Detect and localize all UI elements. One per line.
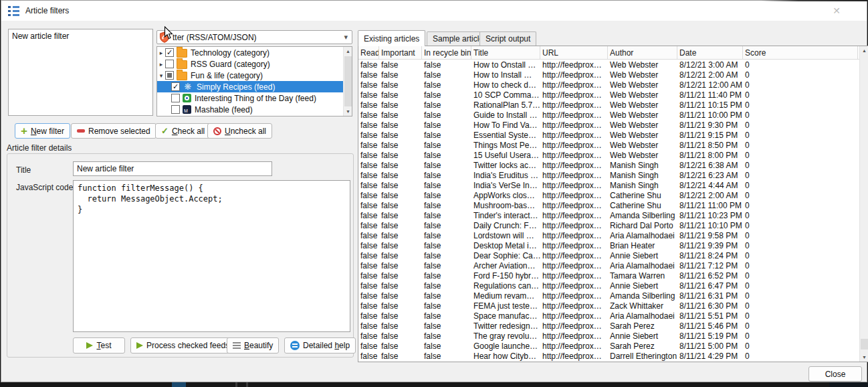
process-checked-feeds-button[interactable]: Process checked feeds [130,337,235,354]
article-row[interactable]: falsefalsefalseIndia's Eruditus …http://… [358,171,859,181]
close-button[interactable]: Close [808,366,862,382]
article-row[interactable]: falsefalsefalseHear how Cityb…http://fee… [358,352,859,362]
article-row[interactable]: falsefalsefalse15 Useful Usera…http://fe… [358,151,859,161]
checkbox-unchecked[interactable] [165,60,174,68]
article-row[interactable]: falsefalsefalse10 SCP Comma…http://feedp… [358,90,859,100]
cell-title: How to Onstall … [471,60,540,70]
chevron-expanded-icon[interactable]: ▾ [157,72,165,79]
article-row[interactable]: falsefalsefalseHow to check d…http://fee… [358,80,859,90]
cell-important: false [379,161,422,171]
column-header-important[interactable]: Important [379,46,422,60]
article-row[interactable]: falsefalsefalseEssential Syste…http://fe… [358,131,859,141]
article-row[interactable]: falsefalsefalseMushroom-bas…http://feedp… [358,201,859,211]
article-row[interactable]: falsefalsefalseLordstown will …http://fe… [358,231,859,241]
article-row[interactable]: falsefalsefalseHow to Install …http://fe… [358,70,859,80]
article-row[interactable]: falsefalsefalseGoogle launche…http://fee… [358,341,859,352]
cell-score: 0 [743,121,858,131]
filters-list[interactable]: New article filter [8,29,153,116]
cell-date: 8/11/21 5:00 PM [677,341,743,352]
checkbox-checked[interactable]: ✓ [165,48,174,57]
tree-item-interesting-thing-of-the-day-feed[interactable]: Interesting Thing of the Day (feed) [157,92,343,104]
javascript-code-editor[interactable]: function filterMessage() { return Messag… [73,180,350,332]
checkbox-unchecked[interactable] [171,105,180,114]
article-row[interactable]: falsefalsefalseIndia's VerSe In…http://f… [358,181,859,191]
window-title: Article filters [25,6,69,15]
column-header-date[interactable]: Date [677,46,743,60]
scrollbar-thumb[interactable] [861,339,868,350]
cell-date: 8/11/21 8:50 PM [677,141,743,151]
cell-read: false [358,321,379,331]
cell-read: false [358,191,379,201]
account-dropdown[interactable]: tter (RSS/ATOM/JSON) ▾ [156,30,352,44]
cell-in-recycle-bin: false [422,201,471,211]
article-row[interactable]: falsefalsefalseAppWorks clos…http://feed… [358,191,859,201]
column-header-url[interactable]: URL [540,46,608,60]
article-row[interactable]: falsefalsefalseRegulations can…http://fe… [358,281,859,291]
article-row[interactable]: falsefalsefalseTinder's interact…http://… [358,211,859,221]
article-row[interactable]: falsefalsefalseThings Most Pe…http://fee… [358,141,859,151]
article-row[interactable]: falsefalsefalseThe gray revolu…http://fe… [358,331,859,341]
article-row[interactable]: falsefalsefalseSpace manufac…http://feed… [358,311,859,321]
test-button[interactable]: Test [73,337,125,354]
column-header-title[interactable]: Title [471,46,540,60]
tree-item-technology-category[interactable]: ▸✓Technology (category) [157,47,343,58]
cell-url: http://feedprox… [540,211,608,221]
article-row[interactable]: falsefalsefalseTwitter redesign…http://f… [358,321,859,331]
column-header-read[interactable]: Read [358,46,379,60]
tab-script-output[interactable]: Script output [479,31,536,46]
tree-item-fun-life-category[interactable]: ▾Fun & life (category) [157,70,343,81]
tree-item-rss-guard-category[interactable]: ▸RSS Guard (category) [157,58,343,70]
article-row[interactable]: falsefalsefalseHow To Find Va…http://fee… [358,121,859,131]
article-row[interactable]: falsefalsefalseFord F-150 hybr…http://fe… [358,271,859,281]
scroll-down-icon[interactable]: ▼ [344,107,352,116]
tree-item-mashable-feed[interactable]: MMashable (feed) [157,104,343,115]
article-row[interactable]: falsefalsefalseDear Sophie: Ca…http://fe… [358,251,859,261]
cell-read: false [358,221,379,231]
cell-date: 8/11/21 10:00 PM [677,110,743,121]
tree-item-simply-recipes-feed[interactable]: ✓❋Simply Recipes (feed) [157,81,343,92]
article-row[interactable]: falsefalsefalseFEMA just teste…http://fe… [358,301,859,311]
scrollbar-thumb[interactable] [344,56,352,106]
chevron-collapsed-icon[interactable]: ▸ [157,50,165,56]
new-filter-button[interactable]: + New filter [15,123,70,139]
close-icon[interactable]: ✕ [831,5,843,17]
checkbox-checked[interactable]: ✓ [171,82,180,91]
article-row[interactable]: falsefalsefalseGuide to Install …http://… [358,110,859,121]
article-filter-details-label: Article filter details [7,143,72,153]
beautify-button[interactable]: Beautify [227,337,279,354]
cell-read: false [358,331,379,341]
feed-tree[interactable]: ▸✓Technology (category)▸RSS Guard (categ… [156,46,352,117]
scroll-down-icon[interactable]: ▼ [860,353,868,362]
uncheck-all-button[interactable]: Uncheck all [207,123,272,139]
remove-selected-button[interactable]: Remove selected [71,123,156,139]
chevron-collapsed-icon[interactable]: ▸ [157,61,165,68]
article-row[interactable]: falsefalsefalseDaily Crunch: F…http://fe… [358,221,859,231]
cell-in-recycle-bin: false [422,141,471,151]
chevron-down-icon[interactable]: ▾ [344,33,348,42]
article-row[interactable]: falsefalsefalseRationalPlan 5.7…http://f… [358,100,859,110]
article-row[interactable]: falsefalsefalseArcher Aviation…http://fe… [358,261,859,271]
column-header-in-recycle-bin[interactable]: In recycle bin [422,46,471,60]
feed-tree-scrollbar[interactable]: ▲ ▼ [343,47,352,116]
checkbox-unchecked[interactable] [171,94,180,102]
detailed-help-button[interactable]: Detailed help [284,337,356,354]
scroll-up-icon[interactable]: ▲ [860,46,868,55]
article-row[interactable]: falsefalsefalseHow to Onstall …http://fe… [358,60,859,70]
column-header-author[interactable]: Author [608,46,677,60]
cell-score: 0 [743,80,858,90]
article-row[interactable]: falsefalsefalseTwitter locks ac…http://f… [358,161,859,171]
checkbox-partial[interactable] [165,71,174,80]
article-row[interactable]: falsefalsefalseDesktop Metal i…http://fe… [358,241,859,251]
article-row[interactable]: falsefalsefalseMedium revam…http://feedp… [358,291,859,301]
tree-item-label: Simply Recipes (feed) [197,82,275,92]
articles-table-scrollbar[interactable]: ▲ ▼ [859,46,868,362]
scroll-up-icon[interactable]: ▲ [344,47,352,56]
cell-url: http://feedprox… [540,191,608,201]
column-header-score[interactable]: Score [743,46,858,60]
check-all-button[interactable]: ✓ Check all [155,123,211,139]
cell-title: The gray revolu… [471,331,540,341]
title-input[interactable] [73,161,272,176]
cell-title: Space manufac… [471,311,540,321]
filters-list-item[interactable]: New article filter [9,29,152,43]
tab-existing-articles[interactable]: Existing articles [358,30,425,46]
